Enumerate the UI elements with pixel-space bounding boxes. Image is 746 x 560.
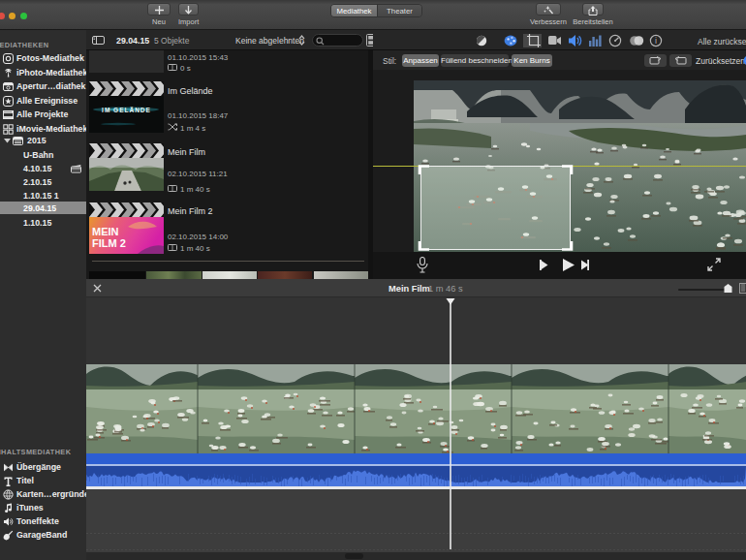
svg-text:FILM 2: FILM 2: [92, 237, 126, 249]
svg-text:i: i: [655, 36, 657, 46]
svg-text:IM GELÄNDE: IM GELÄNDE: [102, 107, 151, 113]
svg-text:MEIN: MEIN: [92, 226, 119, 237]
